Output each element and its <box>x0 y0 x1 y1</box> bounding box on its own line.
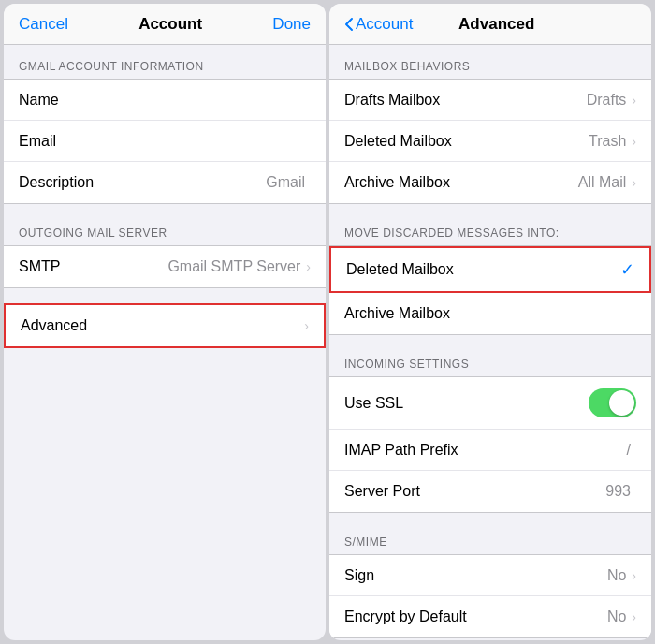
back-chevron-icon <box>344 17 354 32</box>
back-button[interactable]: Account <box>344 15 413 34</box>
spacer-1 <box>4 204 326 212</box>
smtp-value: Gmail SMTP Server <box>167 258 300 275</box>
smtp-row[interactable]: SMTP Gmail SMTP Server › <box>4 246 326 287</box>
deleted-mailbox-row[interactable]: Deleted Mailbox Trash › <box>329 121 651 162</box>
server-port-label: Server Port <box>344 483 605 500</box>
use-ssl-label: Use SSL <box>344 395 589 412</box>
move-discarded-header: MOVE DISCARDED MESSAGES INTO: <box>329 212 651 245</box>
archive-mailbox-label: Archive Mailbox <box>344 174 578 191</box>
smtp-label: SMTP <box>19 258 167 275</box>
description-label: Description <box>19 174 266 191</box>
encrypt-chevron-icon: › <box>632 609 636 624</box>
description-value: Gmail <box>266 174 305 191</box>
mailbox-behaviors-header: MAILBOX BEHAVIORS <box>329 45 651 79</box>
email-label: Email <box>19 133 311 150</box>
spacer-4 <box>329 335 651 343</box>
right-nav-bar: Account Advanced <box>329 4 651 45</box>
mailbox-behaviors-group: Drafts Mailbox Drafts › Deleted Mailbox … <box>329 79 651 204</box>
spacer-2 <box>4 288 326 296</box>
left-nav-bar: Cancel Account Done <box>4 4 326 45</box>
incoming-settings-group: Use SSL IMAP Path Prefix / Server Port 9… <box>329 376 651 513</box>
archive-mailbox-select-label: Archive Mailbox <box>344 305 636 322</box>
deleted-mailbox-select-row[interactable]: Deleted Mailbox ✓ <box>329 246 651 293</box>
drafts-mailbox-row[interactable]: Drafts Mailbox Drafts › <box>329 80 651 121</box>
sign-value: No <box>607 567 626 584</box>
archive-chevron-icon: › <box>632 175 636 190</box>
imap-path-row[interactable]: IMAP Path Prefix / <box>329 430 651 471</box>
encrypt-row[interactable]: Encrypt by Default No › <box>329 596 651 637</box>
name-row[interactable]: Name <box>4 80 326 121</box>
right-nav-title: Advanced <box>458 15 534 34</box>
cancel-button[interactable]: Cancel <box>19 15 68 34</box>
deleted-mailbox-select-label: Deleted Mailbox <box>346 261 620 278</box>
done-button[interactable]: Done <box>272 15 311 34</box>
archive-mailbox-select-row[interactable]: Archive Mailbox <box>329 293 651 334</box>
advanced-row-wrapper: Advanced › <box>4 303 326 348</box>
gmail-settings-group: Name Email Description Gmail <box>4 79 326 204</box>
smime-group: Sign No › Encrypt by Default No › <box>329 554 651 638</box>
advanced-chevron-icon: › <box>304 318 309 333</box>
left-content: GMAIL ACCOUNT INFORMATION Name Email Des… <box>4 45 326 640</box>
archive-mailbox-value: All Mail <box>578 174 627 191</box>
deleted-mailbox-checkmark-icon: ✓ <box>620 259 634 280</box>
sign-row[interactable]: Sign No › <box>329 555 651 596</box>
drafts-chevron-icon: › <box>632 93 636 108</box>
move-discarded-group: Deleted Mailbox ✓ Archive Mailbox <box>329 245 651 335</box>
outgoing-settings-group: SMTP Gmail SMTP Server › <box>4 245 326 288</box>
imap-path-label: IMAP Path Prefix <box>344 442 627 459</box>
gmail-section-header: GMAIL ACCOUNT INFORMATION <box>4 45 326 79</box>
left-panel: Cancel Account Done GMAIL ACCOUNT INFORM… <box>4 4 326 640</box>
back-label: Account <box>356 15 413 34</box>
incoming-settings-header: INCOMING SETTINGS <box>329 343 651 376</box>
drafts-mailbox-value: Drafts <box>587 92 627 109</box>
imap-path-value: / <box>627 442 631 459</box>
use-ssl-row[interactable]: Use SSL <box>329 377 651 430</box>
toggle-knob <box>609 390 634 416</box>
deleted-mailbox-value: Trash <box>589 133 626 150</box>
encrypt-label: Encrypt by Default <box>344 608 607 625</box>
email-row[interactable]: Email <box>4 121 326 162</box>
left-nav-title: Account <box>138 15 202 34</box>
encrypt-value: No <box>607 608 626 625</box>
name-label: Name <box>19 92 311 109</box>
spacer-5 <box>329 513 651 520</box>
drafts-mailbox-label: Drafts Mailbox <box>344 92 587 109</box>
sign-chevron-icon: › <box>632 568 636 583</box>
smtp-chevron-icon: › <box>306 259 311 274</box>
description-row[interactable]: Description Gmail <box>4 162 326 203</box>
advanced-label: Advanced <box>21 317 304 334</box>
outgoing-section-header: OUTGOING MAIL SERVER <box>4 212 326 245</box>
sign-label: Sign <box>344 567 607 584</box>
smime-header: S/MIME <box>329 520 651 554</box>
right-panel: Account Advanced MAILBOX BEHAVIORS Draft… <box>329 4 651 640</box>
deleted-mailbox-label: Deleted Mailbox <box>344 133 589 150</box>
server-port-row[interactable]: Server Port 993 <box>329 471 651 512</box>
use-ssl-toggle[interactable] <box>589 388 636 417</box>
advanced-row[interactable]: Advanced › <box>6 305 324 346</box>
archive-mailbox-row[interactable]: Archive Mailbox All Mail › <box>329 162 651 203</box>
server-port-value: 993 <box>605 483 631 500</box>
spacer-3 <box>329 204 651 212</box>
right-content: MAILBOX BEHAVIORS Drafts Mailbox Drafts … <box>329 45 651 640</box>
deleted-chevron-icon: › <box>632 134 636 149</box>
